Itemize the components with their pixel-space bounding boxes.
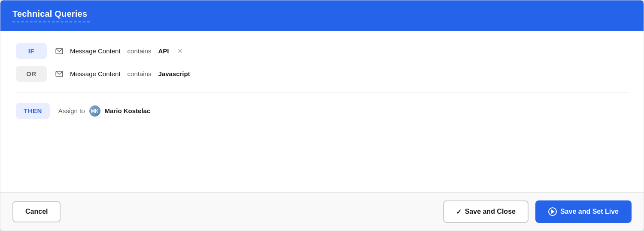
assign-content: Assign to MK Mario Kostelac [58,105,150,117]
modal-header: Technical Queries [0,0,644,31]
footer-actions: ✓ Save and Close Save and Set Live [443,200,632,223]
condition-field-or: Message Content [70,70,121,77]
action-row-then: THEN Assign to MK Mario Kostelac [16,103,628,119]
checkmark-icon: ✓ [456,208,462,216]
condition-row-if: IF Message Content contains API ✕ [16,43,628,59]
modal-footer: Cancel ✓ Save and Close Save and Set Liv… [0,192,644,231]
avatar-initials: MK [89,105,100,117]
play-triangle-icon [551,209,555,214]
condition-row-or: OR Message Content contains Javascript [16,66,628,82]
message-icon-or [55,71,63,77]
condition-field-if: Message Content [70,47,121,55]
condition-if-content: Message Content contains API ✕ [55,47,183,55]
badge-then: THEN [16,103,50,119]
save-live-label: Save and Set Live [560,208,619,216]
condition-operator-or: contains [128,70,152,77]
badge-or: OR [16,66,47,82]
badge-if: IF [16,43,47,59]
modal-title: Technical Queries [12,9,632,19]
assignee-name: Mario Kostelac [105,107,151,114]
modal-body: IF Message Content contains API ✕ OR [0,31,644,192]
save-and-close-button[interactable]: ✓ Save and Close [443,200,529,223]
save-close-label: Save and Close [465,208,516,216]
condition-value-or: Javascript [158,70,190,77]
assign-label: Assign to [58,107,85,114]
modal-container: Technical Queries IF Message Content con… [0,0,644,231]
play-circle-icon [548,207,557,216]
section-divider [16,92,628,92]
condition-operator-if: contains [128,47,152,55]
avatar: MK [89,105,100,117]
remove-condition-if-button[interactable]: ✕ [177,47,183,55]
save-and-set-live-button[interactable]: Save and Set Live [535,200,632,223]
header-underline [12,22,90,22]
condition-or-content: Message Content contains Javascript [55,70,190,77]
message-icon-if [55,48,63,54]
cancel-button[interactable]: Cancel [12,201,61,222]
condition-value-if: API [158,47,169,55]
